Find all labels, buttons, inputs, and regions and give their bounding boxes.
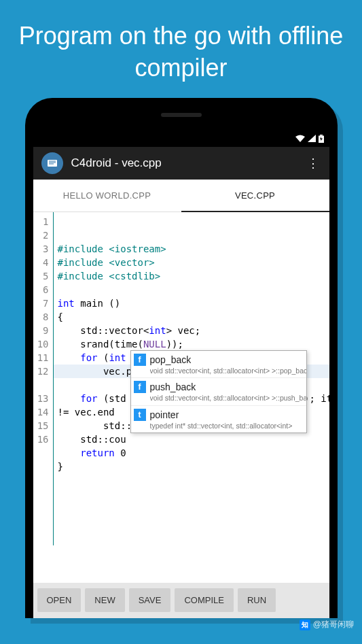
tab-bar: HELLO WORLD.CPP VEC.CPP <box>33 180 329 212</box>
line-number: 3 <box>36 242 49 256</box>
code-line[interactable]: int main () <box>58 296 329 310</box>
phone-frame: C4droid - vec.cpp ⋮ HELLO WORLD.CPP VEC.… <box>25 98 338 618</box>
autocomplete-name: push_back <box>150 380 304 394</box>
autocomplete-item[interactable]: fpop_backvoid std::vector<int, std::allo… <box>131 351 306 379</box>
new-button[interactable]: NEW <box>85 588 124 612</box>
line-number: 15 <box>36 419 49 433</box>
zhihu-icon: 知 <box>300 620 310 630</box>
code-line[interactable]: } <box>58 460 329 473</box>
code-line[interactable]: #include <cstdlib> <box>58 269 329 283</box>
line-number: 5 <box>36 269 49 283</box>
autocomplete-item[interactable]: tpointertypedef int* std::vector<int, st… <box>131 406 306 433</box>
autocomplete-badge: f <box>134 381 146 393</box>
app-title: C4droid - vec.cpp <box>71 156 305 170</box>
line-number: 7 <box>36 296 49 310</box>
line-number: 12 <box>36 365 49 378</box>
run-button[interactable]: RUN <box>238 588 276 612</box>
save-button[interactable]: SAVE <box>129 588 171 612</box>
wifi-icon <box>295 135 305 143</box>
line-number: 13 <box>36 392 49 405</box>
line-number: 16 <box>36 433 49 446</box>
code-editor[interactable]: 12345678910111213141516 #include <iostre… <box>33 212 329 545</box>
code-line[interactable]: #include <vector> <box>58 256 329 269</box>
code-line[interactable] <box>58 283 329 296</box>
bottom-toolbar: OPEN NEW SAVE COMPILE RUN <box>33 583 329 618</box>
code-line[interactable]: srand(time(NULL)); <box>58 337 329 351</box>
battery-icon <box>319 135 324 144</box>
code-line[interactable]: #include <iostream> <box>58 242 329 256</box>
code-area[interactable]: #include <iostream>#include <vector>#inc… <box>54 212 329 545</box>
autocomplete-badge: t <box>134 409 146 421</box>
autocomplete-signature: void std::vector<int, std::allocator<int… <box>150 394 304 403</box>
phone-speaker <box>161 113 202 117</box>
line-number <box>36 378 49 392</box>
line-gutter: 12345678910111213141516 <box>33 212 54 545</box>
autocomplete-popup: fpop_backvoid std::vector<int, std::allo… <box>130 350 307 434</box>
autocomplete-name: pop_back <box>150 353 304 367</box>
status-bar <box>33 132 329 147</box>
line-number: 11 <box>36 351 49 365</box>
phone-screen: C4droid - vec.cpp ⋮ HELLO WORLD.CPP VEC.… <box>33 132 329 618</box>
code-line[interactable]: { <box>58 310 329 324</box>
open-button[interactable]: OPEN <box>37 588 82 612</box>
autocomplete-name: pointer <box>150 408 304 422</box>
line-number: 2 <box>36 228 49 242</box>
line-number: 14 <box>36 405 49 419</box>
code-line[interactable]: return 0 <box>58 446 329 460</box>
signal-icon <box>308 135 316 143</box>
app-icon <box>41 152 63 174</box>
code-line[interactable]: std::vector<int> vec; <box>58 324 329 337</box>
line-number: 4 <box>36 256 49 269</box>
code-line[interactable]: std::cou <box>58 433 329 446</box>
watermark: 知 @猪哥闲聊 <box>300 619 354 630</box>
compile-button[interactable]: COMPILE <box>175 588 234 612</box>
tab-vec[interactable]: VEC.CPP <box>181 180 329 211</box>
line-number: 8 <box>36 310 49 324</box>
autocomplete-badge: f <box>134 354 146 366</box>
tab-hello-world[interactable]: HELLO WORLD.CPP <box>33 180 181 211</box>
autocomplete-signature: void std::vector<int, std::allocator<int… <box>150 367 304 375</box>
promo-title: Program on the go with offline compiler <box>0 0 362 98</box>
line-number: 1 <box>36 215 49 228</box>
watermark-text: @猪哥闲聊 <box>313 619 354 630</box>
line-number: 9 <box>36 324 49 337</box>
more-menu-icon[interactable]: ⋮ <box>305 156 321 171</box>
tab-label: HELLO WORLD.CPP <box>63 190 151 201</box>
autocomplete-signature: typedef int* std::vector<int, std::alloc… <box>150 422 304 430</box>
line-number: 6 <box>36 283 49 296</box>
app-bar: C4droid - vec.cpp ⋮ <box>33 147 329 180</box>
line-number: 10 <box>36 337 49 351</box>
svg-rect-0 <box>320 135 323 136</box>
autocomplete-item[interactable]: fpush_backvoid std::vector<int, std::all… <box>131 378 306 406</box>
tab-label: VEC.CPP <box>235 190 275 201</box>
